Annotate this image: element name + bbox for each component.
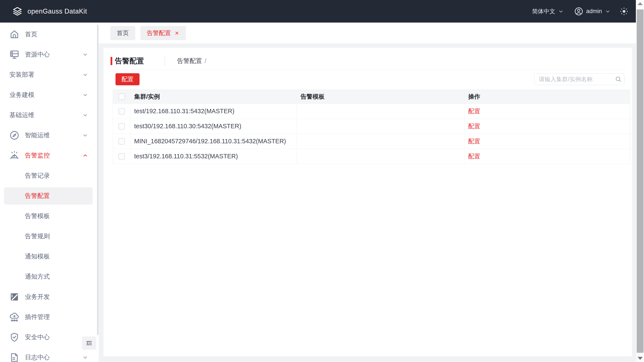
chevron-down-icon <box>605 9 610 14</box>
alert-config-panel: 告警配置 告警配置 / 配置 集群/实例 告警模板 操作 test <box>104 48 632 356</box>
alert-template-cell <box>297 149 464 164</box>
cluster-instance-cell: test/192.168.110.31:5432(MASTER) <box>130 104 297 119</box>
page-scrollbar[interactable] <box>636 0 644 362</box>
sidebar-item-alert-config[interactable]: 告警配置 <box>0 186 99 206</box>
table-row: test30/192.168.110.30:5432(MASTER) 配置 <box>113 119 630 134</box>
chevron-down-icon <box>82 354 88 361</box>
sidebar-item-alert-templates[interactable]: 告警模板 <box>0 206 99 226</box>
alert-template-cell <box>297 104 464 119</box>
top-app-bar: openGauss DataKit 简体中文 admin <box>0 0 636 23</box>
sidebar-item-label: 智能运维 <box>25 131 50 140</box>
cluster-instance-cell: MINI_1682045729746/192.168.110.31:5432(M… <box>130 134 297 149</box>
chevron-down-icon <box>82 92 88 98</box>
shield-check-icon <box>9 332 20 343</box>
select-all-checkbox[interactable] <box>118 94 125 100</box>
row-config-link[interactable]: 配置 <box>468 107 480 115</box>
sidebar-item-label: 业务建模 <box>10 91 34 99</box>
sidebar-item-notify-templates[interactable]: 通知模板 <box>0 246 99 267</box>
sidebar-nav: 首页 资源中心 安装部署 业务建模 基础运维 <box>0 23 99 362</box>
sidebar-item-resource-center[interactable]: 资源中心 <box>0 45 99 65</box>
tab-label: 首页 <box>117 29 129 37</box>
row-config-link[interactable]: 配置 <box>468 122 480 130</box>
chevron-down-icon <box>82 72 88 78</box>
close-icon[interactable] <box>174 31 180 36</box>
sidebar-item-label: 业务开发 <box>25 293 50 301</box>
row-checkbox-cell <box>113 119 130 134</box>
sidebar-item-basic-ops[interactable]: 基础运维 <box>0 105 99 125</box>
scrollbar-thumb[interactable] <box>637 10 644 353</box>
config-button[interactable]: 配置 <box>116 73 140 85</box>
sidebar-item-alert-monitoring[interactable]: 告警监控 <box>0 145 99 166</box>
username-label[interactable]: admin <box>586 8 602 15</box>
header-checkbox-cell <box>113 90 130 104</box>
sidebar-item-label: 告警记录 <box>25 171 50 180</box>
sidebar-item-label: 通知方式 <box>25 272 50 281</box>
table-row: test3/192.168.110.31:5532(MASTER) 配置 <box>113 149 630 164</box>
collapse-sidebar-button[interactable] <box>82 336 96 350</box>
sidebar-item-label: 首页 <box>25 30 37 39</box>
chevron-up-icon <box>82 152 88 159</box>
sidebar-item-notify-methods[interactable]: 通知方式 <box>0 267 99 287</box>
sidebar-item-label: 日志中心 <box>25 353 50 362</box>
user-avatar-icon[interactable] <box>574 7 584 16</box>
sidebar-item-label: 告警模板 <box>25 212 50 220</box>
sidebar-item-business-modeling[interactable]: 业务建模 <box>0 85 99 105</box>
alert-template-cell <box>297 134 464 149</box>
col-header-cluster: 集群/实例 <box>130 90 297 104</box>
sidebar-item-intelligent-ops[interactable]: 智能运维 <box>0 125 99 145</box>
theme-brightness-icon[interactable] <box>620 7 628 16</box>
row-checkbox[interactable] <box>118 138 125 145</box>
row-checkbox[interactable] <box>118 153 125 160</box>
menu-fold-icon <box>86 339 93 347</box>
row-checkbox-cell <box>113 104 130 119</box>
alert-template-cell <box>297 119 464 134</box>
sidebar-item-business-dev[interactable]: 业务开发 <box>0 287 99 307</box>
alert-config-table: 集群/实例 告警模板 操作 test/192.168.110.31:5432(M… <box>113 90 630 164</box>
tab-alert-config[interactable]: 告警配置 <box>140 26 186 40</box>
sidebar-item-plugin-mgmt[interactable]: 插件管理 <box>0 307 99 327</box>
log-document-icon <box>9 352 20 362</box>
sidebar-item-label: 基础运维 <box>10 111 34 119</box>
cluster-instance-cell: test3/192.168.110.31:5532(MASTER) <box>130 149 297 164</box>
search-input[interactable] <box>534 76 615 83</box>
col-header-template: 告警模板 <box>297 90 464 104</box>
tab-home[interactable]: 首页 <box>110 26 135 40</box>
row-checkbox-cell <box>113 149 130 164</box>
tab-label: 告警配置 <box>147 29 171 37</box>
sidebar-item-alert-rules[interactable]: 告警规则 <box>0 226 99 246</box>
chevron-down-icon <box>82 51 88 58</box>
header-divider <box>110 70 626 70</box>
language-selector[interactable]: 简体中文 <box>532 8 555 15</box>
plugin-cloud-icon <box>9 312 20 322</box>
search-icon[interactable] <box>615 76 622 83</box>
sidebar-item-label: 插件管理 <box>25 313 50 321</box>
chevron-down-icon <box>82 132 88 139</box>
chevron-down-icon <box>82 112 88 118</box>
row-checkbox[interactable] <box>118 123 125 130</box>
sidebar-item-install-deploy[interactable]: 安装部署 <box>0 65 99 85</box>
home-icon <box>9 29 20 40</box>
sidebar-item-alert-records[interactable]: 告警记录 <box>0 166 99 186</box>
title-accent-bar <box>110 57 112 65</box>
sidebar-item-label: 安装部署 <box>10 71 34 79</box>
scroll-down-arrow-icon[interactable] <box>638 357 643 360</box>
scroll-up-arrow-icon[interactable] <box>638 2 643 5</box>
opengauss-logo-icon <box>12 7 22 16</box>
row-checkbox[interactable] <box>118 108 125 115</box>
table-row: MINI_1682045729746/192.168.110.31:5432(M… <box>113 134 630 149</box>
app-title: openGauss DataKit <box>28 8 87 15</box>
row-checkbox-cell <box>113 134 130 149</box>
resource-icon <box>9 49 20 60</box>
row-config-link[interactable]: 配置 <box>468 152 480 160</box>
breadcrumb: 告警配置 <box>177 57 202 65</box>
page-title: 告警配置 <box>115 56 144 66</box>
sidebar-item-label: 资源中心 <box>25 50 50 59</box>
sidebar-item-label: 告警监控 <box>25 151 50 160</box>
row-config-link[interactable]: 配置 <box>468 137 480 145</box>
sidebar-item-home[interactable]: 首页 <box>0 24 99 45</box>
sidebar-scrollbar-thumb[interactable] <box>97 25 98 335</box>
sidebar-item-label: 通知模板 <box>25 252 50 261</box>
col-header-action: 操作 <box>464 90 630 104</box>
dev-square-icon <box>9 291 20 302</box>
breadcrumb-separator: / <box>204 58 206 65</box>
